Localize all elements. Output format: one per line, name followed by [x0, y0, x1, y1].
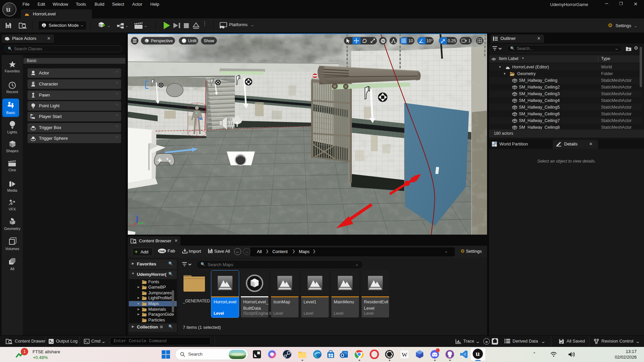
- svg-text:Z: Z: [136, 213, 138, 217]
- svg-text:W: W: [402, 352, 408, 358]
- svg-text:X: X: [130, 224, 132, 227]
- svg-text:FAB: FAB: [159, 250, 165, 253]
- svg-text:Y: Y: [144, 223, 146, 226]
